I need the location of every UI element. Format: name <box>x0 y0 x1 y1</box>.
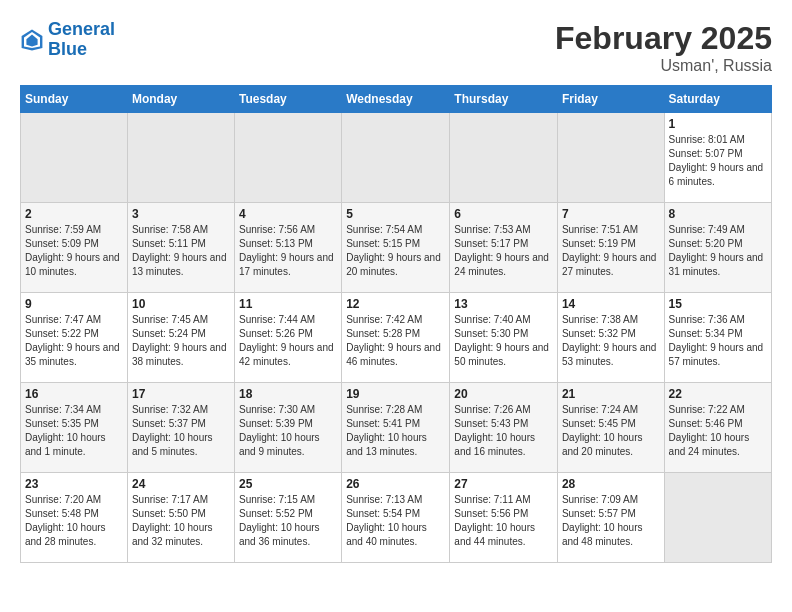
day-info: Sunrise: 7:45 AM Sunset: 5:24 PM Dayligh… <box>132 313 230 369</box>
day-number: 9 <box>25 297 123 311</box>
day-info: Sunrise: 7:09 AM Sunset: 5:57 PM Dayligh… <box>562 493 660 549</box>
day-number: 2 <box>25 207 123 221</box>
day-number: 28 <box>562 477 660 491</box>
calendar-cell: 6Sunrise: 7:53 AM Sunset: 5:17 PM Daylig… <box>450 203 558 293</box>
calendar-cell: 8Sunrise: 7:49 AM Sunset: 5:20 PM Daylig… <box>664 203 771 293</box>
title-block: February 2025 Usman', Russia <box>555 20 772 75</box>
day-info: Sunrise: 7:17 AM Sunset: 5:50 PM Dayligh… <box>132 493 230 549</box>
calendar-cell: 11Sunrise: 7:44 AM Sunset: 5:26 PM Dayli… <box>235 293 342 383</box>
day-info: Sunrise: 7:58 AM Sunset: 5:11 PM Dayligh… <box>132 223 230 279</box>
calendar-cell: 23Sunrise: 7:20 AM Sunset: 5:48 PM Dayli… <box>21 473 128 563</box>
calendar-cell: 13Sunrise: 7:40 AM Sunset: 5:30 PM Dayli… <box>450 293 558 383</box>
day-number: 27 <box>454 477 553 491</box>
calendar-cell: 18Sunrise: 7:30 AM Sunset: 5:39 PM Dayli… <box>235 383 342 473</box>
day-number: 17 <box>132 387 230 401</box>
day-number: 6 <box>454 207 553 221</box>
calendar-week-3: 9Sunrise: 7:47 AM Sunset: 5:22 PM Daylig… <box>21 293 772 383</box>
header-friday: Friday <box>557 86 664 113</box>
day-info: Sunrise: 7:20 AM Sunset: 5:48 PM Dayligh… <box>25 493 123 549</box>
day-info: Sunrise: 7:11 AM Sunset: 5:56 PM Dayligh… <box>454 493 553 549</box>
day-number: 18 <box>239 387 337 401</box>
day-info: Sunrise: 7:22 AM Sunset: 5:46 PM Dayligh… <box>669 403 767 459</box>
calendar-cell <box>127 113 234 203</box>
calendar-cell <box>557 113 664 203</box>
day-number: 20 <box>454 387 553 401</box>
day-info: Sunrise: 7:44 AM Sunset: 5:26 PM Dayligh… <box>239 313 337 369</box>
day-info: Sunrise: 7:49 AM Sunset: 5:20 PM Dayligh… <box>669 223 767 279</box>
day-info: Sunrise: 7:34 AM Sunset: 5:35 PM Dayligh… <box>25 403 123 459</box>
calendar-cell: 10Sunrise: 7:45 AM Sunset: 5:24 PM Dayli… <box>127 293 234 383</box>
calendar-cell: 4Sunrise: 7:56 AM Sunset: 5:13 PM Daylig… <box>235 203 342 293</box>
calendar-cell: 21Sunrise: 7:24 AM Sunset: 5:45 PM Dayli… <box>557 383 664 473</box>
page-header: General Blue February 2025 Usman', Russi… <box>20 20 772 75</box>
calendar-cell: 1Sunrise: 8:01 AM Sunset: 5:07 PM Daylig… <box>664 113 771 203</box>
day-number: 11 <box>239 297 337 311</box>
logo-icon <box>20 28 44 52</box>
calendar-week-1: 1Sunrise: 8:01 AM Sunset: 5:07 PM Daylig… <box>21 113 772 203</box>
header-tuesday: Tuesday <box>235 86 342 113</box>
day-info: Sunrise: 7:47 AM Sunset: 5:22 PM Dayligh… <box>25 313 123 369</box>
day-info: Sunrise: 7:28 AM Sunset: 5:41 PM Dayligh… <box>346 403 445 459</box>
day-info: Sunrise: 7:53 AM Sunset: 5:17 PM Dayligh… <box>454 223 553 279</box>
day-info: Sunrise: 7:36 AM Sunset: 5:34 PM Dayligh… <box>669 313 767 369</box>
month-title: February 2025 <box>555 20 772 57</box>
calendar-cell: 24Sunrise: 7:17 AM Sunset: 5:50 PM Dayli… <box>127 473 234 563</box>
day-number: 10 <box>132 297 230 311</box>
location: Usman', Russia <box>555 57 772 75</box>
calendar-cell: 19Sunrise: 7:28 AM Sunset: 5:41 PM Dayli… <box>342 383 450 473</box>
header-row: Sunday Monday Tuesday Wednesday Thursday… <box>21 86 772 113</box>
calendar-cell: 25Sunrise: 7:15 AM Sunset: 5:52 PM Dayli… <box>235 473 342 563</box>
day-info: Sunrise: 7:24 AM Sunset: 5:45 PM Dayligh… <box>562 403 660 459</box>
calendar-table: Sunday Monday Tuesday Wednesday Thursday… <box>20 85 772 563</box>
logo: General Blue <box>20 20 115 60</box>
calendar-cell: 12Sunrise: 7:42 AM Sunset: 5:28 PM Dayli… <box>342 293 450 383</box>
day-info: Sunrise: 7:15 AM Sunset: 5:52 PM Dayligh… <box>239 493 337 549</box>
calendar-cell <box>664 473 771 563</box>
day-number: 5 <box>346 207 445 221</box>
day-number: 23 <box>25 477 123 491</box>
day-info: Sunrise: 7:38 AM Sunset: 5:32 PM Dayligh… <box>562 313 660 369</box>
logo-text: General Blue <box>48 20 115 60</box>
day-info: Sunrise: 7:40 AM Sunset: 5:30 PM Dayligh… <box>454 313 553 369</box>
calendar-cell: 3Sunrise: 7:58 AM Sunset: 5:11 PM Daylig… <box>127 203 234 293</box>
day-info: Sunrise: 7:32 AM Sunset: 5:37 PM Dayligh… <box>132 403 230 459</box>
day-number: 4 <box>239 207 337 221</box>
calendar-cell: 22Sunrise: 7:22 AM Sunset: 5:46 PM Dayli… <box>664 383 771 473</box>
day-number: 8 <box>669 207 767 221</box>
calendar-cell: 20Sunrise: 7:26 AM Sunset: 5:43 PM Dayli… <box>450 383 558 473</box>
calendar-cell: 15Sunrise: 7:36 AM Sunset: 5:34 PM Dayli… <box>664 293 771 383</box>
header-thursday: Thursday <box>450 86 558 113</box>
calendar-cell: 26Sunrise: 7:13 AM Sunset: 5:54 PM Dayli… <box>342 473 450 563</box>
day-info: Sunrise: 7:51 AM Sunset: 5:19 PM Dayligh… <box>562 223 660 279</box>
day-number: 26 <box>346 477 445 491</box>
calendar-body: 1Sunrise: 8:01 AM Sunset: 5:07 PM Daylig… <box>21 113 772 563</box>
calendar-cell: 27Sunrise: 7:11 AM Sunset: 5:56 PM Dayli… <box>450 473 558 563</box>
day-info: Sunrise: 7:26 AM Sunset: 5:43 PM Dayligh… <box>454 403 553 459</box>
calendar-cell <box>342 113 450 203</box>
day-number: 22 <box>669 387 767 401</box>
calendar-cell <box>450 113 558 203</box>
calendar-cell: 9Sunrise: 7:47 AM Sunset: 5:22 PM Daylig… <box>21 293 128 383</box>
day-number: 15 <box>669 297 767 311</box>
day-info: Sunrise: 7:56 AM Sunset: 5:13 PM Dayligh… <box>239 223 337 279</box>
day-info: Sunrise: 7:13 AM Sunset: 5:54 PM Dayligh… <box>346 493 445 549</box>
day-number: 16 <box>25 387 123 401</box>
day-number: 14 <box>562 297 660 311</box>
day-number: 7 <box>562 207 660 221</box>
calendar-week-2: 2Sunrise: 7:59 AM Sunset: 5:09 PM Daylig… <box>21 203 772 293</box>
day-info: Sunrise: 8:01 AM Sunset: 5:07 PM Dayligh… <box>669 133 767 189</box>
day-number: 1 <box>669 117 767 131</box>
header-wednesday: Wednesday <box>342 86 450 113</box>
day-number: 25 <box>239 477 337 491</box>
calendar-header: Sunday Monday Tuesday Wednesday Thursday… <box>21 86 772 113</box>
day-info: Sunrise: 7:59 AM Sunset: 5:09 PM Dayligh… <box>25 223 123 279</box>
day-number: 24 <box>132 477 230 491</box>
calendar-cell: 28Sunrise: 7:09 AM Sunset: 5:57 PM Dayli… <box>557 473 664 563</box>
day-info: Sunrise: 7:30 AM Sunset: 5:39 PM Dayligh… <box>239 403 337 459</box>
header-saturday: Saturday <box>664 86 771 113</box>
day-number: 19 <box>346 387 445 401</box>
day-number: 3 <box>132 207 230 221</box>
calendar-week-5: 23Sunrise: 7:20 AM Sunset: 5:48 PM Dayli… <box>21 473 772 563</box>
calendar-cell: 14Sunrise: 7:38 AM Sunset: 5:32 PM Dayli… <box>557 293 664 383</box>
header-sunday: Sunday <box>21 86 128 113</box>
